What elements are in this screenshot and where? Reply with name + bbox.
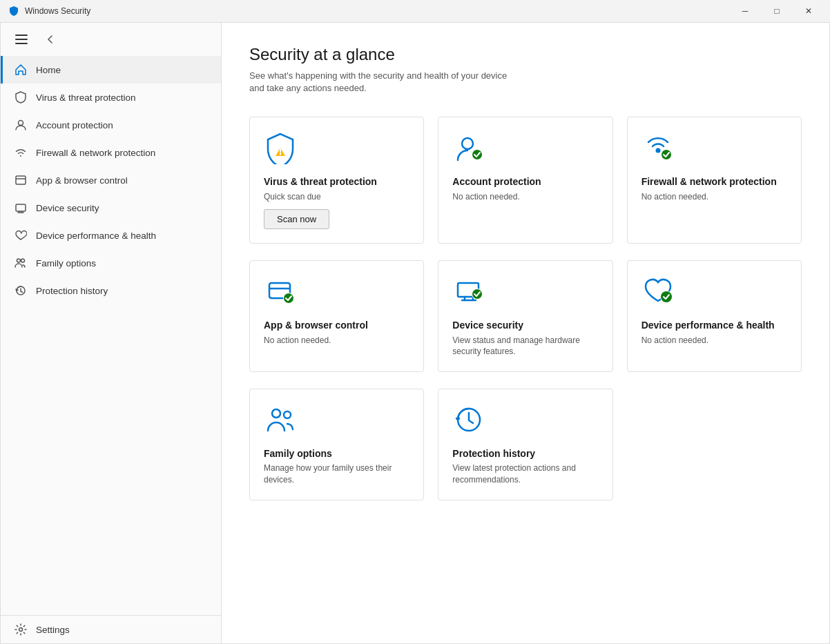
virus-threat-card[interactable]: Virus & threat protection Quick scan due… (249, 117, 424, 244)
sidebar: Home Virus & threat protection Account p… (1, 23, 222, 643)
virus-card-icon (264, 131, 300, 167)
cards-grid-row2: App & browser control No action needed. (249, 260, 802, 372)
sidebar-item-virus-label: Virus & threat protection (36, 92, 136, 103)
svg-rect-3 (16, 204, 26, 211)
svg-point-27 (661, 291, 672, 302)
title-bar: Windows Security ─ □ ✕ (0, 0, 830, 22)
devicehealth-card-icon (641, 275, 677, 311)
svg-point-7 (17, 259, 21, 262)
svg-point-0 (19, 121, 23, 126)
devicesecurity-card-subtitle: View status and manage hardware security… (452, 335, 598, 358)
firewall-card-icon (641, 131, 677, 167)
sidebar-item-devicehealth-label: Device performance & health (36, 231, 156, 241)
home-icon (14, 63, 28, 77)
main-content: Security at a glance See what's happenin… (222, 23, 829, 643)
sidebar-item-virus[interactable]: Virus & threat protection (1, 84, 221, 111)
history-icon (14, 284, 28, 297)
sidebar-item-devicehealth[interactable]: Device performance & health (1, 222, 221, 249)
appbrowser-card-subtitle: No action needed. (264, 335, 409, 347)
cards-grid-row3: Family options Manage how your family us… (249, 389, 802, 500)
sidebar-item-appbrowser[interactable]: App & browser control (1, 166, 221, 194)
sidebar-item-firewall-label: Firewall & network protection (36, 148, 155, 158)
title-bar-controls: ─ □ ✕ (729, 0, 824, 22)
hamburger-line-3 (15, 43, 28, 44)
sidebar-item-account[interactable]: Account protection (1, 111, 221, 139)
maximize-button[interactable]: □ (761, 0, 793, 22)
back-icon (46, 35, 55, 43)
sidebar-item-history-label: Protection history (36, 286, 108, 296)
sidebar-item-devicesecurity[interactable]: Device security (1, 194, 221, 222)
appbrowser-card-title: App & browser control (264, 319, 409, 331)
svg-point-8 (21, 259, 25, 262)
wifi-icon (14, 146, 28, 159)
devicehealth-card-subtitle: No action needed. (641, 335, 787, 347)
svg-point-13 (655, 148, 660, 153)
svg-point-28 (272, 409, 280, 418)
hamburger-line-1 (15, 35, 28, 36)
scan-now-button[interactable]: Scan now (264, 209, 329, 229)
minimize-button[interactable]: ─ (729, 0, 761, 22)
family-card-title: Family options (264, 447, 409, 460)
sidebar-item-family[interactable]: Family options (1, 249, 221, 277)
device-health-card[interactable]: Device performance & health No action ne… (627, 260, 802, 372)
protection-history-card[interactable]: Protection history View latest protectio… (438, 389, 612, 500)
appbrowser-control-card[interactable]: App & browser control No action needed. (249, 260, 424, 372)
svg-point-29 (284, 411, 291, 418)
device-security-icon (14, 201, 28, 215)
page-title: Security at a glance (249, 45, 802, 64)
sidebar-item-devicesecurity-label: Device security (36, 203, 99, 213)
page-subtitle: See what's happening with the security a… (249, 70, 802, 95)
hamburger-line-2 (15, 39, 28, 40)
sidebar-item-settings[interactable]: Settings (1, 616, 221, 643)
firewall-card[interactable]: Firewall & network protection No action … (627, 117, 802, 244)
hamburger-button[interactable] (9, 27, 34, 52)
firewall-card-title: Firewall & network protection (641, 175, 787, 188)
window-title: Windows Security (25, 6, 90, 16)
shield-icon (14, 90, 28, 104)
cards-grid-row1: Virus & threat protection Quick scan due… (249, 117, 802, 244)
settings-icon (14, 623, 28, 636)
back-button[interactable] (39, 28, 61, 50)
app-container: Home Virus & threat protection Account p… (0, 22, 830, 644)
sidebar-item-firewall[interactable]: Firewall & network protection (1, 139, 221, 166)
family-icon (14, 256, 28, 270)
sidebar-item-account-label: Account protection (36, 120, 113, 130)
firewall-card-subtitle: No action needed. (641, 191, 787, 203)
sidebar-top (1, 23, 221, 56)
sidebar-item-history[interactable]: Protection history (1, 277, 221, 304)
devicehealth-card-title: Device performance & health (641, 319, 787, 331)
title-bar-left: Windows Security (8, 6, 90, 17)
device-security-card[interactable]: Device security View status and manage h… (438, 260, 612, 372)
devicesecurity-card-title: Device security (452, 319, 598, 331)
account-protection-card[interactable]: Account protection No action needed. (438, 117, 612, 244)
svg-rect-1 (16, 176, 26, 184)
sidebar-item-family-label: Family options (36, 258, 96, 269)
settings-label: Settings (36, 625, 70, 635)
account-card-subtitle: No action needed. (452, 191, 598, 203)
svg-point-10 (462, 138, 473, 149)
history-card-subtitle: View latest protection actions and recom… (452, 462, 598, 486)
family-options-card[interactable]: Family options Manage how your family us… (249, 389, 424, 500)
account-card-icon (452, 131, 488, 167)
family-card-subtitle: Manage how your family uses their device… (264, 462, 409, 486)
person-icon (14, 118, 28, 132)
sidebar-item-home[interactable]: Home (1, 56, 221, 84)
svg-point-9 (19, 628, 23, 632)
history-card-title: Protection history (452, 447, 598, 460)
virus-card-subtitle: Quick scan due (264, 191, 409, 203)
appbrowser-card-icon (264, 275, 300, 311)
family-card-icon (264, 403, 300, 439)
history-card-icon (452, 403, 488, 439)
sidebar-bottom: Settings (1, 615, 221, 643)
account-card-title: Account protection (452, 175, 598, 188)
app-icon (8, 6, 19, 17)
virus-card-title: Virus & threat protection (264, 175, 409, 188)
devicesecurity-card-icon (452, 275, 488, 311)
close-button[interactable]: ✕ (793, 0, 824, 22)
browser-icon (14, 173, 28, 187)
health-icon (14, 228, 28, 242)
sidebar-item-home-label: Home (36, 65, 61, 75)
sidebar-item-appbrowser-label: App & browser control (36, 175, 128, 186)
